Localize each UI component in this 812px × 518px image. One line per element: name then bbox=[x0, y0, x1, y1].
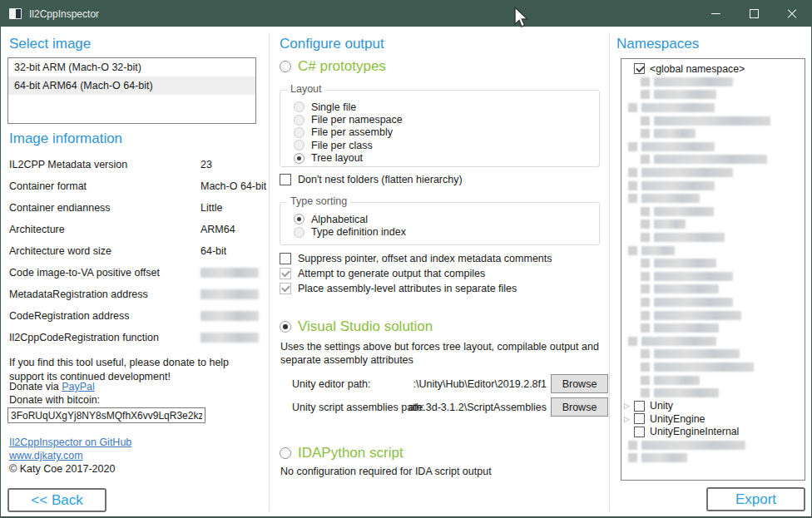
redacted-label bbox=[654, 207, 714, 216]
redacted-checkbox bbox=[628, 168, 637, 177]
flatten-checkbox-label: Don't nest folders (flatten hierarchy) bbox=[298, 174, 463, 185]
namespace-label: UnityEngine bbox=[650, 413, 705, 425]
image-listbox[interactable]: 32-bit ARM (Mach-O 32-bit)64-bit ARM64 (… bbox=[7, 57, 256, 124]
namespace-item-redacted bbox=[621, 192, 805, 205]
namespace-item-redacted bbox=[621, 76, 805, 89]
namespace-label: UnityEngineInternal bbox=[650, 426, 739, 437]
namespace-item-redacted bbox=[621, 179, 805, 192]
namespace-checkbox[interactable] bbox=[634, 413, 645, 424]
redacted-label bbox=[654, 90, 716, 99]
redacted-label bbox=[641, 246, 675, 255]
bitcoin-address-input[interactable] bbox=[7, 407, 205, 423]
redacted-label bbox=[641, 453, 687, 462]
namespaces-tree[interactable]: <global namespace>▷Unity▷UnityEngineUnit… bbox=[621, 58, 805, 481]
window-title: Il2CppInspector bbox=[29, 8, 99, 20]
redacted-label bbox=[641, 441, 745, 450]
redacted-value bbox=[201, 333, 259, 343]
paypal-link[interactable]: PayPal bbox=[62, 381, 95, 392]
type-sorting-radio-option[interactable]: Type definition index bbox=[294, 225, 406, 238]
redacted-checkbox bbox=[628, 441, 637, 450]
namespace-checkbox[interactable] bbox=[634, 63, 645, 74]
namespace-checkbox[interactable] bbox=[634, 427, 645, 437]
radio-icon bbox=[294, 227, 304, 238]
redacted-checkbox bbox=[628, 103, 637, 112]
redacted-label bbox=[641, 168, 733, 177]
unity-assemblies-browse-button[interactable]: Browse bbox=[551, 397, 608, 417]
image-list-item[interactable]: 32-bit ARM (Mach-O 32-bit) bbox=[8, 58, 255, 76]
idapython-radio[interactable]: IDAPython script bbox=[280, 445, 404, 461]
checkbox-icon bbox=[280, 268, 291, 279]
radio-icon bbox=[280, 447, 291, 459]
namespace-item[interactable]: <global namespace> bbox=[621, 62, 805, 76]
redacted-checkbox bbox=[641, 220, 650, 229]
info-row-value: 64-bit bbox=[201, 245, 226, 257]
redacted-checkbox bbox=[641, 129, 650, 138]
redacted-checkbox bbox=[641, 77, 650, 86]
website-link[interactable]: www.djkaty.com bbox=[9, 450, 83, 461]
output-option-checkbox[interactable]: Attempt to generate output that compiles bbox=[280, 266, 552, 281]
namespace-checkbox[interactable] bbox=[634, 401, 645, 412]
info-row-label: CodeRegistration address bbox=[9, 310, 201, 322]
layout-radio-label: Single file bbox=[311, 101, 356, 113]
layout-radio-option[interactable]: File per class bbox=[294, 139, 403, 151]
info-row-label: Architecture word size bbox=[9, 245, 201, 257]
back-button[interactable]: << Back bbox=[7, 488, 106, 512]
column-separator bbox=[609, 32, 610, 511]
layout-radio-option[interactable]: Single file bbox=[294, 101, 403, 113]
radio-icon bbox=[294, 140, 304, 150]
info-row-value: Little bbox=[201, 202, 222, 214]
info-row-value: ARM64 bbox=[201, 224, 235, 235]
expander-icon[interactable]: ▷ bbox=[621, 415, 634, 423]
redacted-label bbox=[654, 376, 700, 385]
namespace-item-redacted bbox=[621, 348, 805, 361]
maximize-button[interactable] bbox=[735, 1, 773, 27]
image-information-header: Image information bbox=[9, 131, 122, 147]
idapython-description: No configuration required for IDA script… bbox=[280, 465, 492, 479]
info-row-label: MetadataRegistration address bbox=[9, 289, 201, 300]
unity-editor-browse-button[interactable]: Browse bbox=[551, 374, 608, 393]
layout-groupbox: Layout Single fileFile per namespaceFile… bbox=[280, 90, 600, 167]
minimize-button[interactable] bbox=[696, 1, 735, 27]
layout-radio-option[interactable]: File per namespace bbox=[294, 113, 403, 126]
output-option-checkboxes: Suppress pointer, offset and index metad… bbox=[280, 251, 552, 296]
type-sorting-radio-option[interactable]: Alphabetical bbox=[294, 213, 406, 225]
image-list-item[interactable]: 64-bit ARM64 (Mach-O 64-bit) bbox=[8, 76, 255, 95]
namespace-item[interactable]: UnityEngineInternal bbox=[621, 426, 805, 439]
visual-studio-label: Visual Studio solution bbox=[298, 318, 433, 335]
info-row-label: Architecture bbox=[9, 224, 201, 235]
namespace-item[interactable]: ▷Unity bbox=[621, 399, 805, 412]
output-option-checkbox[interactable]: Place assembly-level attributes in separ… bbox=[280, 281, 552, 296]
type-sorting-groupbox: Type sorting AlphabeticalType definition… bbox=[280, 202, 600, 245]
redacted-checkbox bbox=[641, 323, 650, 333]
bitcoin-label: Donate with bitcoin: bbox=[9, 393, 100, 407]
output-option-checkbox[interactable]: Suppress pointer, offset and index metad… bbox=[280, 251, 552, 266]
redacted-checkbox bbox=[641, 116, 650, 126]
radio-icon bbox=[294, 153, 304, 164]
csharp-prototypes-label: C# prototypes bbox=[298, 58, 386, 75]
namespace-item-redacted bbox=[621, 218, 805, 231]
visual-studio-radio[interactable]: Visual Studio solution bbox=[280, 318, 433, 335]
namespace-item-redacted bbox=[621, 127, 805, 141]
info-row-value: 23 bbox=[201, 159, 212, 170]
info-row: MetadataRegistration address bbox=[9, 284, 259, 305]
expander-icon[interactable]: ▷ bbox=[621, 402, 634, 410]
redacted-checkbox bbox=[628, 453, 637, 462]
radio-icon bbox=[294, 115, 304, 126]
csharp-prototypes-radio[interactable]: C# prototypes bbox=[280, 58, 386, 75]
export-button[interactable]: Export bbox=[706, 487, 805, 511]
layout-group-label: Layout bbox=[287, 83, 325, 95]
info-row: Il2CppCodeRegistration function bbox=[9, 327, 259, 348]
flatten-checkbox-row[interactable]: Don't nest folders (flatten hierarchy) bbox=[280, 172, 463, 187]
close-button[interactable] bbox=[773, 1, 811, 27]
info-row: Container formatMach-O 64-bit bbox=[9, 175, 259, 197]
redacted-value bbox=[201, 268, 259, 278]
redacted-label bbox=[654, 129, 696, 138]
github-link[interactable]: Il2CppInspector on GitHub bbox=[9, 437, 131, 448]
redacted-value bbox=[201, 289, 259, 299]
namespace-item[interactable]: ▷UnityEngine bbox=[621, 412, 805, 426]
redacted-label bbox=[641, 142, 715, 151]
redacted-label bbox=[654, 233, 725, 242]
layout-radio-option[interactable]: Tree layout bbox=[294, 152, 403, 165]
layout-radio-option[interactable]: File per assembly bbox=[294, 126, 403, 139]
namespace-item-redacted bbox=[621, 438, 805, 451]
